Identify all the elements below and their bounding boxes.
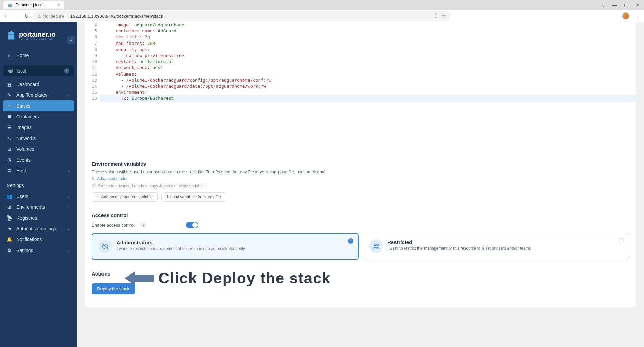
sidebar-item-stacks[interactable]: ≡ Stacks bbox=[3, 100, 74, 111]
code-body[interactable]: image: adguard/adguardhome container_nam… bbox=[100, 22, 636, 102]
chevron-down-icon: ⌄ bbox=[67, 195, 70, 198]
access-card-restricted[interactable]: Restricted I want to restrict the manage… bbox=[363, 233, 629, 260]
toggle-knob bbox=[192, 222, 198, 228]
close-env-icon[interactable]: × bbox=[64, 68, 69, 74]
sidebar-item-settings[interactable]: ⚙ Settings ⌄ bbox=[0, 245, 77, 256]
sidebar-item-label: Dashboard bbox=[16, 82, 39, 87]
radio-selected-icon bbox=[348, 238, 353, 244]
url-text: 192.168.1.18:9000/#!/2/docker/stacks/new… bbox=[70, 13, 163, 19]
minimize-icon[interactable]: — bbox=[612, 2, 618, 8]
logo[interactable]: portainer.io COMMUNITY EDITION bbox=[0, 22, 77, 45]
containers-icon: ▣ bbox=[7, 114, 12, 119]
sidebar-item-label: Volumes bbox=[16, 146, 34, 152]
sidebar-item-containers[interactable]: ▣ Containers bbox=[0, 111, 77, 122]
sidebar-item-label: Host bbox=[16, 168, 26, 173]
back-icon[interactable]: ← bbox=[4, 13, 9, 19]
compose-editor[interactable]: 45678910111213141516 image: adguard/adgu… bbox=[85, 22, 636, 102]
environment-badge[interactable]: 🐳 local × bbox=[3, 65, 74, 76]
chevron-down-icon[interactable]: ⌄ bbox=[600, 2, 606, 8]
sidebar-item-volumes[interactable]: ⊟ Volumes bbox=[0, 144, 77, 154]
dashboard-icon: ▦ bbox=[7, 82, 12, 87]
svg-rect-0 bbox=[8, 35, 14, 40]
line-gutter: 45678910111213141516 bbox=[85, 22, 100, 102]
plus-icon: + bbox=[97, 195, 99, 199]
editor-whitespace bbox=[85, 102, 636, 155]
sidebar-item-events[interactable]: ◷ Events bbox=[0, 154, 77, 165]
add-env-var-button[interactable]: + Add an environment variable bbox=[92, 192, 158, 202]
logo-title: portainer.io bbox=[19, 31, 56, 38]
browser-tab[interactable]: Portainer | local × bbox=[3, 1, 64, 9]
tab-bar: Portainer | local × ⌄ — ▢ ✕ bbox=[0, 0, 644, 10]
users-icon: 👥 bbox=[7, 194, 12, 199]
sidebar-item-users[interactable]: 👥 Users ⌄ bbox=[0, 191, 77, 202]
sidebar-item-networks[interactable]: ⇆ Networks bbox=[0, 133, 77, 144]
sidebar-item-notifications[interactable]: 🔔 Notifications bbox=[0, 234, 77, 245]
chevron-down-icon: ⌄ bbox=[67, 249, 70, 252]
env-vars-desc: These values will be used as substitutio… bbox=[92, 169, 629, 174]
registries-icon: 📡 bbox=[7, 215, 12, 221]
home-icon: ⌂ bbox=[7, 53, 12, 58]
events-icon: ◷ bbox=[7, 157, 12, 163]
sidebar-item-home[interactable]: ⌂ Home bbox=[0, 50, 77, 61]
window-controls: ⌄ — ▢ ✕ bbox=[600, 2, 641, 8]
images-icon: ☰ bbox=[7, 125, 12, 130]
stacks-icon: ≡ bbox=[7, 103, 12, 109]
docker-icon: 🐳 bbox=[7, 68, 13, 74]
star-icon[interactable]: ☆ bbox=[442, 13, 446, 19]
load-env-file-button[interactable]: ⤴ Load variables from .env file bbox=[161, 192, 226, 202]
collapse-sidebar-button[interactable]: « bbox=[67, 36, 75, 44]
advanced-mode-link[interactable]: ✎ Advanced mode bbox=[92, 176, 629, 181]
sidebar-item-app-templates[interactable]: ✎ App Templates ⌄ bbox=[0, 90, 77, 100]
sidebar-item-label: Containers bbox=[16, 114, 39, 119]
help-icon[interactable]: ⓘ bbox=[141, 222, 146, 228]
access-control-section: Access control Enable access control ⓘ bbox=[85, 207, 636, 265]
card-title: Administrators bbox=[117, 240, 245, 245]
sidebar-item-label: Notifications bbox=[16, 237, 42, 242]
forward-icon[interactable]: → bbox=[14, 13, 20, 19]
sidebar-item-label: Networks bbox=[16, 136, 36, 141]
close-window-icon[interactable]: ✕ bbox=[635, 2, 641, 8]
logs-icon: 🗎 bbox=[7, 226, 12, 231]
sidebar-item-auth-logs[interactable]: 🗎 Authentication logs ⌄ bbox=[0, 223, 77, 234]
gear-icon: ⚙ bbox=[7, 248, 12, 253]
access-card-administrators[interactable]: Administrators I want to restrict the ma… bbox=[92, 233, 359, 260]
sidebar-item-host[interactable]: ▤ Host ⌄ bbox=[0, 165, 77, 176]
card-desc: I want to restrict the management of thi… bbox=[387, 246, 531, 251]
chevron-down-icon: ⌄ bbox=[67, 205, 70, 209]
maximize-icon[interactable]: ▢ bbox=[623, 2, 629, 8]
sidebar-item-label: Home bbox=[16, 53, 29, 58]
address-bar: ← → ↻ ⚠ Not secure 192.168.1.18:9000/#!/… bbox=[0, 10, 644, 22]
sidebar-item-images[interactable]: ☰ Images bbox=[0, 122, 77, 133]
url-input[interactable]: ⚠ Not secure 192.168.1.18:9000/#!/2/dock… bbox=[33, 11, 451, 21]
enable-access-label: Enable access control bbox=[92, 223, 135, 228]
sidebar-item-registries[interactable]: 📡 Registries bbox=[0, 212, 77, 223]
sidebar-item-dashboard[interactable]: ▦ Dashboard bbox=[0, 79, 77, 90]
profile-avatar[interactable] bbox=[622, 12, 629, 19]
networks-icon: ⇆ bbox=[7, 136, 12, 141]
templates-icon: ✎ bbox=[7, 92, 12, 98]
close-tab-icon[interactable]: × bbox=[57, 2, 60, 8]
browser-chrome: Portainer | local × ⌄ — ▢ ✕ ← → ↻ ⚠ Not … bbox=[0, 0, 644, 22]
sidebar-item-label: Authentication logs bbox=[16, 226, 56, 231]
svg-point-2 bbox=[377, 244, 379, 246]
settings-section-label: Settings bbox=[0, 176, 77, 191]
sidebar-item-label: Registries bbox=[16, 215, 37, 221]
reload-icon[interactable]: ↻ bbox=[24, 13, 29, 19]
chevron-down-icon: ⌄ bbox=[67, 169, 70, 173]
logo-subtitle: COMMUNITY EDITION bbox=[19, 38, 56, 41]
portainer-logo-icon bbox=[7, 30, 16, 41]
sidebar-item-label: Environments bbox=[16, 204, 45, 210]
share-icon[interactable]: ⇧ bbox=[433, 13, 438, 19]
card-title: Restricted bbox=[387, 239, 531, 245]
sidebar-item-label: Events bbox=[16, 157, 31, 163]
sidebar-item-label: Images bbox=[16, 125, 32, 130]
sidebar-item-label: Stacks bbox=[16, 103, 30, 109]
sidebar-item-environments[interactable]: ⊞ Environments ⌄ bbox=[0, 202, 77, 212]
chevron-down-icon: ⌄ bbox=[67, 227, 70, 231]
kebab-menu-icon[interactable]: ⋮ bbox=[634, 12, 640, 20]
portainer-favicon-icon bbox=[7, 2, 13, 8]
sidebar-item-label: App Templates bbox=[16, 92, 47, 98]
enable-access-toggle[interactable] bbox=[186, 222, 198, 228]
access-title: Access control bbox=[92, 212, 629, 218]
annotation-overlay: Click Deploy the stack bbox=[125, 270, 331, 287]
